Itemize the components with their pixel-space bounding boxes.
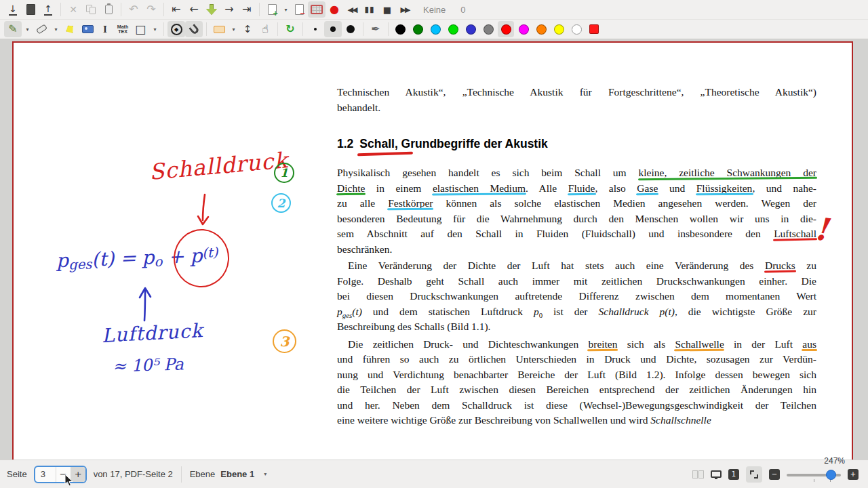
color-swatch-red[interactable] (498, 21, 514, 37)
pdf-page[interactable]: Technischen Akustik“, „Technische Akusti… (12, 41, 853, 460)
paste-button[interactable] (100, 1, 117, 18)
save-icon: ↓ (9, 4, 17, 16)
color-swatch-blue[interactable] (462, 21, 479, 37)
previous-page-button[interactable]: ← (185, 1, 203, 18)
zoom-100-button[interactable]: 1 (728, 469, 739, 480)
color-swatch-orange[interactable] (533, 21, 549, 37)
color-swatch-light-green[interactable] (445, 21, 461, 37)
select-region-dropdown[interactable]: ▾ (228, 21, 239, 37)
toolbar-separator (302, 22, 303, 36)
fine-dot-icon (314, 28, 317, 30)
image-tool-button[interactable] (79, 21, 96, 37)
page-spinner[interactable]: 3 − + (34, 466, 87, 483)
select-region-button[interactable] (210, 21, 228, 37)
layer-dropdown[interactable]: ▾ (264, 471, 267, 477)
shape-dropdown[interactable]: ▾ (149, 21, 160, 37)
stop-button[interactable]: ■ (378, 1, 396, 18)
first-page-button[interactable]: ⇤ (167, 1, 185, 18)
color-swatch-icon (466, 24, 476, 35)
scroll-down-button[interactable] (203, 1, 220, 18)
new-page-dropdown[interactable]: ▾ (281, 1, 290, 18)
cut-button[interactable]: ✕ (64, 1, 82, 18)
hand-icon: ☝ (262, 24, 269, 35)
color-swatch-light-blue[interactable] (427, 21, 443, 37)
delete-page-button[interactable]: − (290, 1, 308, 18)
color-swatch-icon (448, 24, 458, 35)
shape-tool-button[interactable]: □ (132, 21, 149, 37)
color-swatch-custom-red[interactable] (586, 21, 602, 37)
pause-button[interactable]: ▮▮ (361, 1, 378, 18)
pair-pages-icon (692, 470, 698, 479)
rewind-button[interactable]: ◀◀ (343, 1, 361, 18)
open-button[interactable]: ↑ (39, 1, 57, 18)
pen-tool-button[interactable]: ✎ (4, 21, 22, 37)
magnet-icon (189, 23, 200, 35)
snap-magnet-button[interactable] (185, 21, 203, 37)
new-page-icon: + (268, 4, 277, 15)
chevron-down-icon: ▾ (232, 26, 235, 33)
hand-tool-button[interactable]: ☝ (256, 21, 274, 37)
thickness-fine-button[interactable] (307, 21, 324, 37)
tools-toolbar: ✎ ▾ ▾ I MathTEX □ ▾ ◆ ▾ ↕ ☝ ↻ ✒ (0, 20, 868, 39)
default-tool-button[interactable]: ↻ (281, 21, 299, 37)
section-heading: 1.2Schall, Grundbegriffe der Akustik (337, 135, 816, 152)
zoom-slider[interactable]: 247% (787, 466, 841, 483)
toolbar-separator (163, 3, 164, 16)
copy-button[interactable] (82, 1, 100, 18)
open-icon: ↑ (44, 4, 52, 16)
eraser-dropdown[interactable]: ▾ (50, 21, 61, 37)
zoom-in-button[interactable]: + (848, 469, 859, 480)
text-tool-button[interactable]: I (96, 21, 114, 37)
toolbar-separator (206, 22, 207, 36)
thick-dot-icon (347, 25, 355, 33)
pdf-text-line: besonderen Bedeutung für die Wahrnehmung… (337, 211, 816, 227)
toolbar-separator (388, 22, 389, 36)
export-pdf-button[interactable] (22, 1, 39, 18)
undo-button[interactable]: ↶ (125, 1, 142, 18)
new-page-button[interactable]: + (263, 1, 281, 18)
color-swatch-icon (536, 24, 547, 35)
mathtex-tool-button[interactable]: MathTEX (114, 21, 132, 37)
color-swatch-white[interactable] (568, 21, 585, 37)
color-swatch-icon (554, 24, 564, 35)
selection-frame-icon (311, 5, 323, 14)
selection-frame-button[interactable] (308, 1, 326, 18)
pdf-text-line: pges(t) und dem statischen Luftdruck p0 … (337, 304, 816, 320)
color-swatch-black[interactable] (392, 21, 408, 37)
color-chooser-button[interactable]: ✒ (367, 21, 384, 37)
toolbar-separator (60, 3, 61, 16)
zoom-slider-thumb[interactable] (826, 470, 836, 480)
zoom-fit-button[interactable] (746, 466, 762, 483)
color-swatch-magenta[interactable] (515, 21, 532, 37)
presentation-mode-button[interactable] (711, 470, 722, 478)
zoom-fit-icon (750, 470, 758, 479)
vertical-space-button[interactable]: ↕ (239, 21, 256, 37)
zoom-out-button[interactable]: − (769, 469, 780, 480)
pair-pages-button[interactable] (692, 470, 704, 479)
redo-button[interactable]: ↷ (142, 1, 160, 18)
document-canvas[interactable]: Technischen Akustik“, „Technische Akusti… (0, 39, 868, 460)
thickness-thick-button[interactable] (342, 21, 359, 37)
color-swatch-dark-green[interactable] (410, 21, 426, 37)
page-number-input[interactable]: 3 (35, 469, 56, 479)
thickness-medium-button[interactable] (324, 21, 342, 37)
handwritten-circled-number: 1 (274, 163, 294, 183)
color-swatch-gray[interactable] (480, 21, 496, 37)
shape-recognizer-button[interactable]: ◆ (167, 21, 185, 37)
record-audio-button[interactable]: ● (326, 1, 343, 18)
toolbar-separator (277, 22, 278, 36)
eraser-tool-button[interactable] (33, 21, 50, 37)
color-swatch-icon (572, 24, 582, 35)
color-swatch-yellow[interactable] (551, 21, 567, 37)
pdf-text-line: behandelt. (337, 100, 816, 116)
highlighter-tool-button[interactable] (61, 21, 79, 37)
next-page-button[interactable]: → (220, 1, 238, 18)
color-swatch-icon (431, 24, 441, 35)
forward-button[interactable]: ▶▶ (396, 1, 414, 18)
last-page-button[interactable]: ⇥ (238, 1, 256, 18)
pen-dropdown[interactable]: ▾ (22, 21, 33, 37)
save-button[interactable]: ↓ (4, 1, 22, 18)
pdf-text-line: Die zeitlichen Druck- und Dichteschwanku… (337, 337, 816, 352)
pdf-paragraph: Die zeitlichen Druck- und Dichteschwanku… (337, 337, 816, 428)
copy-icon (86, 5, 96, 14)
